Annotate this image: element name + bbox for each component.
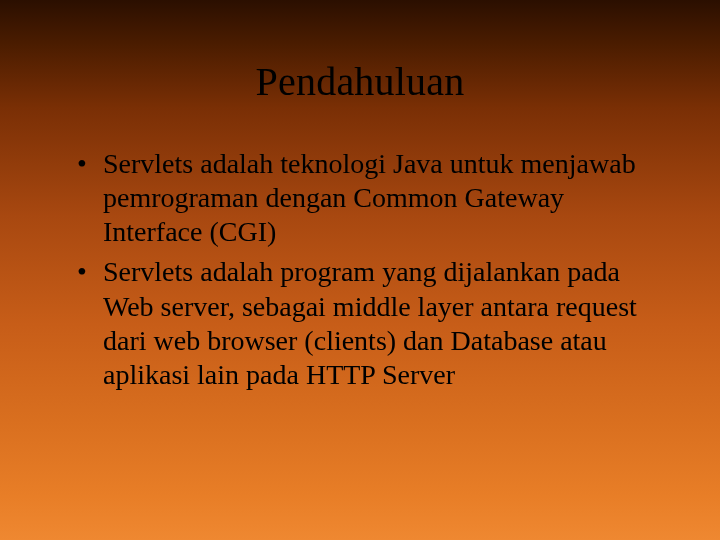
slide-title: Pendahuluan	[55, 0, 665, 105]
bullet-list: Servlets adalah teknologi Java untuk men…	[55, 147, 665, 392]
list-item: Servlets adalah teknologi Java untuk men…	[77, 147, 665, 249]
slide: Pendahuluan Servlets adalah teknologi Ja…	[0, 0, 720, 540]
list-item: Servlets adalah program yang dijalankan …	[77, 255, 665, 392]
